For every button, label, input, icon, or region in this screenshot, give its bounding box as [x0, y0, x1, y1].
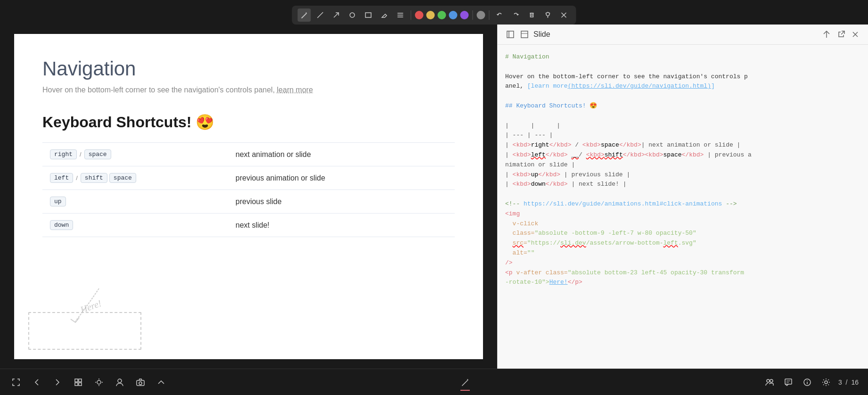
- code-heading-2: ## Keyboard Shortcuts! 😍: [505, 101, 860, 111]
- slide-counter: 3 / 16: [838, 379, 859, 386]
- brightness-button[interactable]: [92, 376, 106, 389]
- user-button[interactable]: [113, 376, 126, 389]
- svg-point-34: [770, 379, 773, 382]
- color-blue[interactable]: [449, 11, 458, 19]
- shortcuts-heading: Keyboard Shortcuts! 😍: [42, 113, 455, 131]
- code-p-tag2: -rotate-10">Here!</p>: [505, 278, 860, 288]
- prev-slide-button[interactable]: [30, 376, 43, 389]
- multi-tool[interactable]: [394, 8, 407, 22]
- code-img-close: />: [505, 258, 860, 268]
- svg-rect-35: [785, 379, 792, 384]
- close-button[interactable]: [557, 8, 571, 22]
- pin-button[interactable]: [541, 8, 555, 22]
- settings-button[interactable]: [819, 376, 833, 389]
- code-heading: # Navigation: [505, 52, 860, 62]
- svg-point-2: [350, 13, 355, 17]
- svg-point-33: [767, 379, 770, 382]
- panel-close-icon[interactable]: [850, 29, 860, 40]
- draw-mode-button[interactable]: [459, 376, 472, 389]
- shortcut-desc-up: previous slide: [228, 190, 455, 214]
- bottom-center-controls: [459, 376, 472, 389]
- shortcut-row-up: up previous slide: [42, 190, 455, 214]
- panel-code-editor[interactable]: # Navigation Hover on the bottom-left co…: [498, 45, 868, 369]
- main-area: Navigation Hover on the bottom-left corn…: [0, 25, 868, 369]
- drawing-toolbar: [292, 6, 576, 25]
- annotations-button[interactable]: [782, 376, 795, 389]
- shortcut-desc-down: next slide!: [228, 214, 455, 237]
- slide-canvas: Navigation Hover on the bottom-left corn…: [0, 25, 497, 369]
- redo-button[interactable]: [509, 8, 523, 22]
- next-slide-button[interactable]: [51, 376, 64, 389]
- eraser-tool[interactable]: [378, 8, 391, 22]
- bottom-toolbar: 3 / 16: [0, 369, 868, 395]
- panel-header-left: Slide: [505, 29, 550, 40]
- svg-rect-7: [531, 13, 533, 17]
- svg-point-30: [118, 379, 122, 383]
- collaboration-button[interactable]: [763, 376, 776, 389]
- arrow-tool[interactable]: [330, 8, 343, 22]
- info-button[interactable]: [801, 376, 814, 389]
- right-panel: Slide # Navigation Hover on the bottom-l…: [497, 25, 868, 369]
- subtitle-link[interactable]: learn more: [277, 86, 313, 94]
- svg-point-25: [97, 380, 101, 384]
- code-text-2: anel, [learn more(https://sli.dev/guide/…: [505, 82, 860, 91]
- kbd-right: right: [50, 149, 77, 159]
- code-text-1: Hover on the bottom-left corner to see t…: [505, 72, 860, 82]
- toolbar-separator-3: [489, 10, 490, 20]
- code-comment: <!-- https://sli.dev/guide/animations.ht…: [505, 199, 860, 209]
- code-img-alt: alt="": [505, 248, 860, 258]
- circle-tool[interactable]: [346, 8, 359, 22]
- rect-tool[interactable]: [362, 8, 375, 22]
- panel-sidebar-icon[interactable]: [505, 29, 516, 40]
- kbd-down: down: [50, 220, 73, 230]
- subtitle-text: Hover on the bottom-left corner to see t…: [42, 86, 275, 94]
- panel-list-icon[interactable]: [519, 29, 530, 40]
- toolbar-separator-1: [411, 10, 411, 20]
- dashed-rectangle: [28, 312, 141, 350]
- svg-point-40: [807, 380, 808, 381]
- svg-line-0: [318, 12, 323, 18]
- shortcut-row-right: right / space next animation or slide: [42, 143, 455, 166]
- bottom-left-controls: [9, 376, 168, 389]
- color-purple[interactable]: [460, 11, 469, 19]
- svg-rect-3: [366, 13, 371, 17]
- panel-popout-icon[interactable]: [836, 29, 846, 40]
- kbd-shift-space: space: [109, 173, 136, 183]
- slide-content: Navigation Hover on the bottom-left corn…: [14, 34, 483, 359]
- shortcut-keys-down: down: [42, 214, 228, 237]
- grid-view-button[interactable]: [72, 376, 85, 389]
- code-table-row2b: nimation or slide |: [505, 160, 860, 170]
- kbd-shift: shift: [81, 173, 107, 183]
- shortcut-keys-left: left / shift space: [42, 166, 228, 190]
- delete-button[interactable]: [525, 8, 539, 22]
- shortcut-row-left: left / shift space previous animation or…: [42, 166, 455, 190]
- pen-tool[interactable]: [298, 8, 311, 22]
- panel-title: Slide: [533, 30, 550, 39]
- code-p-tag: <p v-after class="absolute bottom-23 lef…: [505, 268, 860, 278]
- fullscreen-button[interactable]: [9, 376, 23, 389]
- color-red[interactable]: [415, 11, 424, 19]
- camera-button[interactable]: [134, 376, 147, 389]
- code-table-sep: | --- | --- |: [505, 131, 860, 140]
- kbd-left: left: [50, 173, 73, 183]
- undo-button[interactable]: [493, 8, 507, 22]
- code-img-class: class="absolute -bottom-9 -left-7 w-80 o…: [505, 229, 860, 239]
- shortcut-keys-up: up: [42, 190, 228, 214]
- code-table-header: | | |: [505, 121, 860, 131]
- slide-separator: /: [844, 379, 850, 386]
- line-tool[interactable]: [314, 8, 327, 22]
- chevron-up-button[interactable]: [155, 376, 168, 389]
- color-yellow[interactable]: [426, 11, 435, 19]
- code-table-row2: | <kbd>left</kbd> __/ <kbd>shift</kbd><k…: [505, 150, 860, 160]
- panel-header: Slide: [498, 25, 868, 45]
- code-img-src: src="https://sli.dev/assets/arrow-bottom…: [505, 239, 860, 248]
- svg-rect-21: [75, 379, 78, 382]
- svg-rect-24: [79, 383, 82, 386]
- color-gray[interactable]: [477, 11, 485, 19]
- code-table-row4: | <kbd>down</kbd> | next slide! |: [505, 180, 860, 189]
- color-green[interactable]: [438, 11, 446, 19]
- svg-line-18: [841, 31, 844, 34]
- panel-expand-icon[interactable]: [822, 29, 832, 40]
- svg-rect-23: [75, 383, 78, 386]
- kbd-space: space: [84, 149, 111, 159]
